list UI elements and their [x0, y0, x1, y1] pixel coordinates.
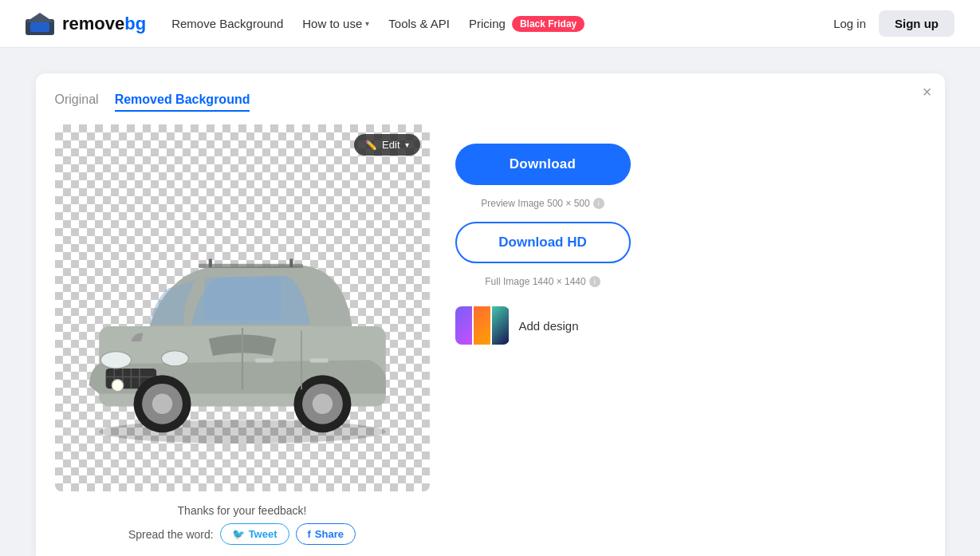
svg-rect-26: [289, 258, 293, 267]
svg-point-19: [312, 394, 332, 414]
nav-remove-background[interactable]: Remove Background: [171, 17, 283, 30]
preview-info-text: Preview Image 500 × 500: [481, 198, 589, 209]
nav-how-to-use[interactable]: How to use ▾: [302, 17, 369, 30]
info-icon-hd[interactable]: i: [589, 276, 600, 287]
chevron-down-icon: ▾: [365, 19, 369, 28]
result-card: × Original Removed Background ✏️ Edit ▾: [36, 73, 945, 556]
svg-rect-23: [309, 358, 328, 362]
svg-rect-25: [208, 258, 211, 267]
svg-point-16: [152, 394, 171, 414]
nav-pricing-label: Pricing: [469, 17, 506, 30]
edit-label: Edit: [382, 139, 399, 151]
logo-icon: [26, 13, 54, 35]
nav-pricing[interactable]: Pricing Black Friday: [469, 16, 584, 32]
nav-links: Remove Background How to use ▾ Tools & A…: [171, 16, 808, 32]
signup-button[interactable]: Sign up: [879, 10, 954, 37]
info-icon[interactable]: i: [593, 198, 604, 209]
tweet-label: Tweet: [249, 528, 277, 540]
close-button[interactable]: ×: [923, 83, 932, 101]
sidebar: Download Preview Image 500 × 500 i Downl…: [455, 124, 631, 545]
design-thumb-1: [455, 306, 472, 345]
svg-rect-2: [30, 22, 49, 32]
design-thumbnails: [455, 306, 510, 345]
share-label: Share: [315, 528, 344, 540]
nav-auth: Log in Sign up: [833, 10, 954, 37]
spread-label: Spread the word:: [128, 528, 214, 541]
tabs: Original Removed Background: [55, 93, 926, 112]
car-image: [73, 161, 411, 491]
tab-removed-background[interactable]: Removed Background: [115, 93, 250, 112]
preview-info: Preview Image 500 × 500 i: [455, 198, 631, 209]
svg-point-13: [161, 351, 188, 366]
login-button[interactable]: Log in: [833, 17, 866, 30]
navbar: removebg Remove Background How to use ▾ …: [0, 0, 980, 48]
add-design-label[interactable]: Add design: [519, 319, 579, 333]
logo-text: removebg: [62, 14, 146, 34]
share-button[interactable]: f Share: [296, 523, 356, 545]
chevron-down-icon: ▾: [405, 140, 409, 149]
edit-button[interactable]: ✏️ Edit ▾: [354, 134, 419, 156]
feedback-area: Thanks for your feedback! Spread the wor…: [55, 504, 430, 545]
svg-point-12: [100, 352, 131, 369]
download-hd-button[interactable]: Download HD: [455, 222, 631, 263]
design-thumb-3: [492, 306, 509, 345]
full-info-text: Full Image 1440 × 1440: [485, 276, 585, 287]
main-content: × Original Removed Background ✏️ Edit ▾: [0, 48, 980, 556]
svg-marker-1: [26, 13, 54, 22]
nav-tools-api[interactable]: Tools & API: [388, 17, 450, 30]
add-design-row[interactable]: Add design: [455, 306, 631, 345]
full-info: Full Image 1440 × 1440 i: [455, 276, 631, 287]
facebook-icon: f: [308, 528, 311, 540]
svg-rect-24: [199, 264, 303, 268]
twitter-icon: 🐦: [232, 528, 245, 540]
tweet-button[interactable]: 🐦 Tweet: [220, 523, 289, 545]
spread-word-row: Spread the word: 🐦 Tweet f Share: [55, 523, 430, 545]
black-friday-badge: Black Friday: [512, 16, 584, 32]
logo[interactable]: removebg: [26, 13, 146, 35]
image-container: ✏️ Edit ▾: [55, 124, 430, 491]
card-body: ✏️ Edit ▾: [55, 124, 926, 545]
download-button[interactable]: Download: [455, 144, 631, 185]
svg-point-27: [112, 380, 124, 392]
thanks-text: Thanks for your feedback!: [55, 504, 430, 517]
svg-rect-5: [204, 278, 280, 320]
svg-rect-22: [254, 358, 273, 362]
tab-original[interactable]: Original: [55, 93, 99, 112]
pencil-icon: ✏️: [365, 140, 377, 151]
image-area: ✏️ Edit ▾: [55, 124, 430, 545]
design-thumb-2: [474, 306, 490, 345]
